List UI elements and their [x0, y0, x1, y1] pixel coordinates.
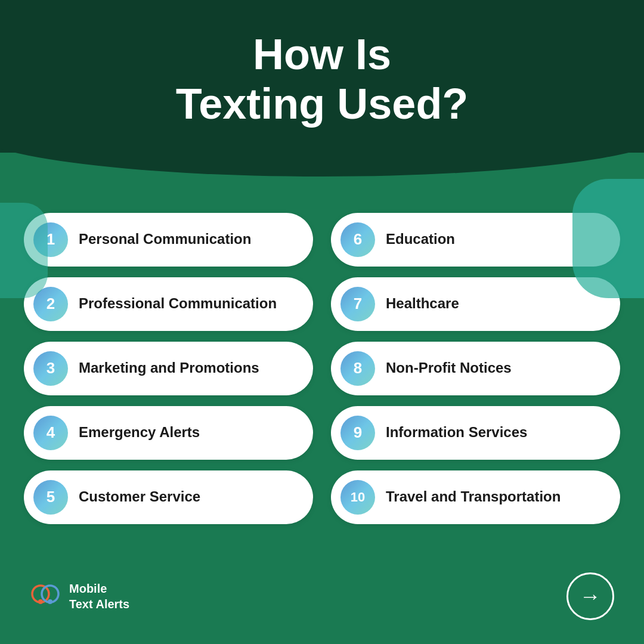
teal-shape-left	[0, 203, 48, 298]
logo-icon	[30, 581, 61, 612]
list-item: 2Professional Communication	[24, 277, 313, 331]
brand-name: MobileText Alerts	[69, 581, 129, 612]
item-label: Customer Service	[79, 488, 200, 506]
list-item: 10Travel and Transportation	[331, 470, 620, 524]
number-badge: 10	[340, 480, 375, 515]
footer: MobileText Alerts →	[0, 561, 644, 644]
list-item: 4Emergency Alerts	[24, 406, 313, 460]
svg-point-1	[38, 599, 43, 604]
list-item: 8Non-Profit Notices	[331, 342, 620, 395]
item-label: Education	[386, 231, 455, 248]
header: How Is Texting Used?	[0, 0, 644, 153]
item-label: Personal Communication	[79, 231, 251, 248]
item-label: Information Services	[386, 424, 527, 441]
item-label: Marketing and Promotions	[79, 360, 259, 377]
list-item: 3Marketing and Promotions	[24, 342, 313, 395]
page-wrapper: How Is Texting Used? 1Personal Communica…	[0, 0, 644, 644]
number-badge: 8	[340, 351, 375, 386]
svg-point-3	[48, 599, 52, 604]
item-label: Travel and Transportation	[386, 488, 561, 506]
next-arrow-button[interactable]: →	[566, 572, 614, 620]
list-item: 9Information Services	[331, 406, 620, 460]
logo-area: MobileText Alerts	[30, 581, 129, 612]
teal-shape-right	[572, 179, 644, 298]
item-label: Non-Profit Notices	[386, 360, 512, 377]
content-area: 1Personal Communication6Education2Profes…	[0, 153, 644, 561]
page-title: How Is Texting Used?	[36, 30, 608, 129]
list-item: 1Personal Communication	[24, 213, 313, 267]
arrow-icon: →	[580, 584, 601, 609]
number-badge: 6	[340, 222, 375, 257]
item-label: Emergency Alerts	[79, 424, 200, 441]
item-label: Professional Communication	[79, 295, 277, 312]
list-item: 7Healthcare	[331, 277, 620, 331]
number-badge: 4	[33, 416, 68, 450]
list-item: 5Customer Service	[24, 470, 313, 524]
number-badge: 9	[340, 416, 375, 450]
number-badge: 7	[340, 287, 375, 321]
items-grid: 1Personal Communication6Education2Profes…	[24, 213, 620, 524]
number-badge: 5	[33, 480, 68, 515]
item-label: Healthcare	[386, 295, 459, 312]
number-badge: 3	[33, 351, 68, 386]
